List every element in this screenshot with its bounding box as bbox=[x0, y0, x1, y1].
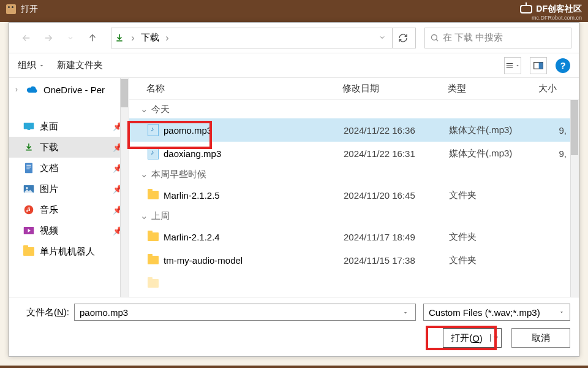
svg-rect-8 bbox=[26, 169, 29, 169]
filename-input[interactable]: paomo.mp3 bbox=[74, 304, 416, 321]
file-type: 文件夹 bbox=[449, 190, 540, 201]
file-row[interactable]: daoxiang.mp3 2024/11/22 16:31 媒体文件(.mp3)… bbox=[129, 142, 579, 165]
downloads-icon bbox=[23, 141, 35, 153]
sidebar-item-videos[interactable]: 视频 📌 bbox=[9, 220, 129, 241]
file-name: Marlin-2.1.2.5 bbox=[164, 190, 344, 201]
file-row[interactable]: tm-my-audio-model 2024/11/15 17:38 文件夹 bbox=[129, 248, 579, 272]
dialog-footer: 文件名(N): paomo.mp3 Custom Files (*.wav;*.… bbox=[9, 297, 579, 356]
svg-point-0 bbox=[432, 35, 437, 40]
audio-file-icon bbox=[146, 147, 160, 160]
open-dialog: › 下载 › 在 下载 中搜索 组织 新建文件夹 ? bbox=[9, 22, 579, 357]
documents-icon bbox=[23, 162, 35, 174]
robot-icon bbox=[520, 5, 532, 13]
filename-dropdown[interactable] bbox=[401, 307, 410, 318]
file-type-filter[interactable]: Custom Files (*.wav;*.mp3) bbox=[423, 304, 570, 321]
sidebar-item-custom[interactable]: 单片机机器人 bbox=[9, 241, 129, 262]
sidebar-item-label: 视频 bbox=[40, 225, 58, 237]
chevron-down-icon: ⌄ bbox=[140, 210, 148, 221]
up-button[interactable] bbox=[83, 28, 102, 48]
titlebar-text: 打开 bbox=[21, 4, 38, 15]
sidebar: › OneDrive - Per 桌面 📌 下载 📌 文档 📌 bbox=[9, 78, 129, 297]
breadcrumb-current[interactable]: 下载 bbox=[141, 32, 159, 44]
chevron-right-icon: › bbox=[15, 85, 21, 94]
group-today[interactable]: ⌄ 今天 bbox=[129, 100, 579, 118]
sidebar-item-label: 下载 bbox=[40, 142, 58, 153]
filelist-scrollbar[interactable] bbox=[570, 100, 579, 297]
chevron-down-icon bbox=[559, 309, 565, 315]
brand-text: DF创客社区 bbox=[536, 4, 582, 15]
refresh-button[interactable] bbox=[392, 28, 413, 48]
help-button[interactable]: ? bbox=[556, 58, 570, 73]
cancel-button[interactable]: 取消 bbox=[511, 328, 570, 348]
sidebar-item-label: 音乐 bbox=[40, 204, 58, 216]
file-name: paomo.mp3 bbox=[164, 125, 344, 136]
address-bar[interactable]: › 下载 › bbox=[111, 28, 416, 48]
column-type[interactable]: 类型 bbox=[448, 83, 538, 94]
audio-file-icon bbox=[146, 123, 160, 137]
file-pane: 名称 修改日期 类型 大小 ⌄ 今天 paomo.mp3 2024/11/22 … bbox=[129, 78, 579, 297]
column-headers[interactable]: 名称 修改日期 类型 大小 bbox=[129, 78, 579, 100]
file-date: 2024/11/20 16:45 bbox=[344, 190, 449, 201]
sidebar-item-label: 桌面 bbox=[40, 121, 58, 132]
svg-rect-6 bbox=[26, 165, 31, 166]
forward-button[interactable] bbox=[39, 28, 58, 48]
sidebar-scrollbar[interactable] bbox=[120, 78, 129, 297]
file-type: 文件夹 bbox=[449, 231, 540, 243]
file-type: 媒体文件(.mp3) bbox=[449, 125, 540, 136]
file-date: 2024/11/22 16:31 bbox=[344, 148, 449, 159]
desktop-icon bbox=[23, 120, 35, 132]
view-mode-button[interactable] bbox=[504, 57, 521, 74]
file-date: 2024/11/17 18:49 bbox=[344, 232, 449, 242]
chevron-down-icon: ⌄ bbox=[140, 169, 148, 180]
titlebar: 打开 bbox=[0, 0, 588, 18]
file-date: 2024/11/15 17:38 bbox=[344, 255, 449, 266]
back-button[interactable] bbox=[17, 28, 36, 48]
column-date[interactable]: 修改日期 bbox=[342, 83, 448, 94]
svg-rect-5 bbox=[25, 163, 32, 174]
chevron-down-icon: ⌄ bbox=[140, 104, 148, 115]
nav-row: › 下载 › 在 下载 中搜索 bbox=[9, 23, 579, 53]
music-icon bbox=[23, 204, 35, 216]
folder-icon bbox=[146, 188, 160, 202]
group-last-week[interactable]: ⌄ 上周 bbox=[129, 207, 579, 225]
organize-menu[interactable]: 组织 bbox=[18, 59, 45, 71]
folder-icon bbox=[146, 253, 160, 267]
chevron-right-icon: › bbox=[163, 33, 172, 44]
folder-icon bbox=[146, 230, 160, 243]
file-name: tm-my-audio-model bbox=[164, 255, 344, 266]
file-type: 文件夹 bbox=[449, 255, 540, 266]
svg-rect-4 bbox=[28, 129, 31, 131]
preview-pane-button[interactable] bbox=[530, 57, 547, 74]
file-name: daoxiang.mp3 bbox=[164, 148, 344, 159]
group-earlier-week[interactable]: ⌄ 本周早些时候 bbox=[129, 165, 579, 183]
file-row[interactable]: paomo.mp3 2024/11/22 16:36 媒体文件(.mp3) 9, bbox=[129, 118, 579, 142]
sidebar-item-downloads[interactable]: 下载 📌 bbox=[9, 137, 129, 158]
new-folder-button[interactable]: 新建文件夹 bbox=[57, 59, 103, 71]
address-dropdown[interactable] bbox=[376, 33, 388, 44]
file-name: Marlin-2.1.2.4 bbox=[164, 232, 344, 242]
onedrive-icon bbox=[26, 83, 39, 96]
file-row[interactable]: Marlin-2.1.2.4 2024/11/17 18:49 文件夹 bbox=[129, 225, 579, 248]
svg-rect-7 bbox=[26, 167, 31, 167]
sidebar-item-music[interactable]: 音乐 📌 bbox=[9, 199, 129, 220]
filename-label: 文件名(N): bbox=[18, 307, 74, 318]
videos-icon bbox=[23, 224, 35, 237]
file-row[interactable]: Marlin-2.1.2.5 2024/11/20 16:45 文件夹 bbox=[129, 183, 579, 207]
file-row[interactable] bbox=[129, 272, 579, 295]
column-name[interactable]: 名称 bbox=[146, 83, 342, 94]
chevron-right-icon: › bbox=[129, 33, 137, 44]
sidebar-item-pictures[interactable]: 图片 📌 bbox=[9, 178, 129, 199]
sidebar-item-desktop[interactable]: 桌面 📌 bbox=[9, 116, 129, 137]
sidebar-item-onedrive[interactable]: › OneDrive - Per bbox=[9, 78, 129, 101]
file-date: 2024/11/22 16:36 bbox=[344, 125, 449, 136]
open-button[interactable]: 打开(O) ▼ bbox=[443, 328, 502, 348]
brand-logo: DF创客社区 mc.DFRobot.com.cn bbox=[520, 2, 582, 16]
recent-dropdown[interactable] bbox=[61, 28, 80, 48]
toolbar: 组织 新建文件夹 ? bbox=[9, 53, 579, 78]
downloads-icon bbox=[114, 33, 125, 44]
column-size[interactable]: 大小 bbox=[538, 83, 579, 94]
open-dropdown[interactable]: ▼ bbox=[490, 334, 501, 342]
svg-rect-3 bbox=[24, 123, 34, 129]
search-input[interactable]: 在 下载 中搜索 bbox=[424, 28, 571, 48]
sidebar-item-documents[interactable]: 文档 📌 bbox=[9, 158, 129, 178]
